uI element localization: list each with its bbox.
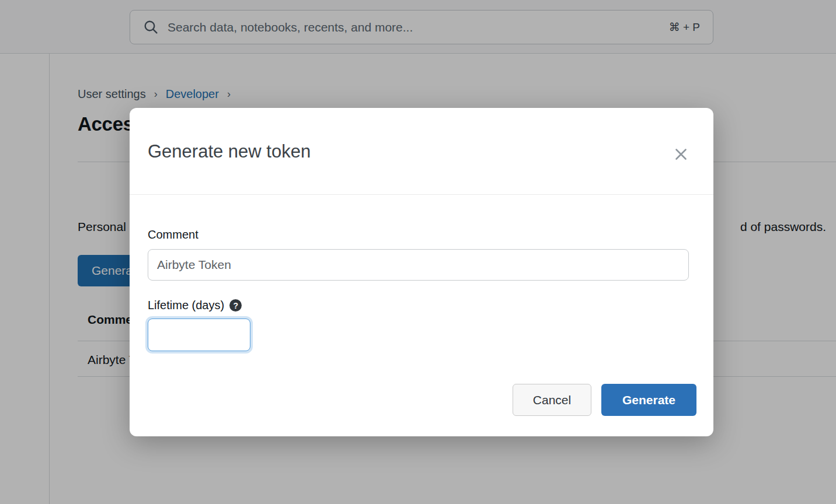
close-button[interactable]: [670, 144, 691, 164]
generate-button[interactable]: Generate: [601, 384, 696, 416]
dialog-header-divider: [130, 194, 713, 195]
comment-input[interactable]: [148, 249, 689, 281]
lifetime-label: Lifetime (days) ?: [148, 299, 242, 312]
lifetime-input[interactable]: [148, 318, 250, 351]
help-icon[interactable]: ?: [229, 299, 242, 312]
dialog-title: Generate new token: [148, 141, 311, 162]
screen: Search data, notebooks, recents, and mor…: [0, 0, 836, 504]
lifetime-label-text: Lifetime (days): [148, 299, 224, 312]
comment-label: Comment: [148, 228, 198, 242]
cancel-button[interactable]: Cancel: [513, 384, 591, 416]
generate-token-dialog: Generate new token Comment Lifetime (day…: [130, 108, 713, 436]
close-icon: [673, 146, 689, 162]
